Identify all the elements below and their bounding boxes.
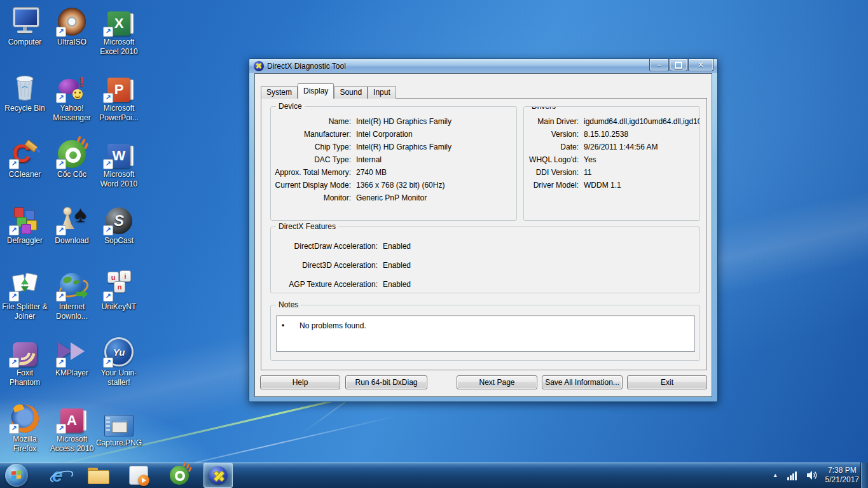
device-row: Name:Intel(R) HD Graphics Family [272, 118, 516, 126]
tab-strip: System Display Sound Input [261, 84, 396, 99]
show-desktop-button[interactable] [860, 463, 868, 488]
desktop-icon-label: CCleaner [1, 170, 48, 179]
close-button[interactable]: ✕ [688, 59, 713, 71]
desktop-icon-download[interactable]: ♠↗ Download [48, 201, 95, 246]
shortcut-arrow-icon: ↗ [9, 159, 19, 169]
run-64bit-dxdiag-button[interactable]: Run 64-bit DxDiag [345, 375, 427, 389]
desktop-icon-label: Microsoft PowerPoi... [95, 104, 142, 123]
dialog-client-area: System Display Sound Input Device Name:I… [254, 73, 712, 397]
device-group: Device Name:Intel(R) HD Graphics Family … [270, 106, 517, 221]
desktop-icon-recycle-bin[interactable]: Recycle Bin [1, 69, 48, 113]
desktop-icon-label: Yahoo! Messenger [48, 104, 95, 123]
desktop-icon-label: Microsoft Word 2010 [95, 170, 142, 189]
next-page-button[interactable]: Next Page [457, 375, 537, 389]
maximize-icon [675, 62, 682, 69]
recycle-bin-icon [11, 71, 39, 102]
desktop-icon-label: UltraISO [48, 38, 95, 47]
dxdiag-window: DirectX Diagnostic Tool – ✕ System Displ… [249, 59, 718, 402]
hidden-icons-arrow[interactable]: ▲ [773, 472, 778, 478]
driver-row: Main Driver:igdumd64.dll,igd10umd64.dll,… [525, 118, 699, 126]
desktop-icon-defraggler[interactable]: ↗ Defraggler [1, 201, 48, 246]
feature-row: AGP Texture Acceleration:Enabled [272, 281, 699, 289]
desktop-icon-label: Download [48, 236, 95, 246]
device-row: Manufacturer:Intel Corporation [272, 130, 516, 139]
tab-input[interactable]: Input [368, 86, 396, 99]
start-button[interactable] [5, 464, 28, 487]
desktop-icon-label: SopCast [95, 236, 142, 246]
desktop-icon-sopcast[interactable]: S↗ SopCast [95, 201, 142, 246]
desktop-icon-computer[interactable]: Computer [1, 3, 48, 47]
desktop-icon-firefox[interactable]: ↗ Mozilla Firefox [1, 400, 48, 454]
desktop-icon-unikey[interactable]: u i n ↗ UniKeyNT [95, 267, 142, 312]
desktop-icon-label: Recycle Bin [1, 104, 48, 113]
shortcut-arrow-icon: ↗ [9, 291, 19, 302]
shortcut-arrow-icon: ↗ [56, 159, 66, 169]
taskbar-item-windows-explorer[interactable] [84, 463, 112, 487]
title-bar[interactable]: DirectX Diagnostic Tool – ✕ [249, 59, 717, 73]
close-icon: ✕ [698, 60, 704, 69]
shortcut-arrow-icon: ↗ [56, 358, 66, 368]
device-row: Monitor:Generic PnP Monitor [272, 194, 516, 202]
shortcut-arrow-icon: ↗ [103, 225, 113, 235]
taskbar-item-internet-explorer[interactable]: e [43, 463, 71, 487]
desktop-icon-label: Cốc Cốc [48, 170, 95, 179]
save-all-information-button[interactable]: Save All Information... [542, 375, 623, 389]
coc-coc-icon [170, 466, 189, 485]
desktop-icon-access[interactable]: A↗ Microsoft Access 2010 [48, 400, 95, 454]
directx-features-group: DirectX Features DirectDraw Acceleration… [270, 227, 700, 293]
desktop-icon-ultraiso[interactable]: ↗ UltraISO [48, 3, 95, 47]
desktop-icon-kmplayer[interactable]: ↗ KMPlayer [48, 333, 95, 378]
desktop-icon-capture-png[interactable]: Capture.PNG [95, 403, 142, 448]
driver-row: DDI Version:11 [525, 169, 699, 177]
desktop-icon-coc-coc[interactable]: ↗ Cốc Cốc [48, 135, 95, 179]
folder-icon [88, 468, 108, 483]
desktop-icon-label: Internet Downlo... [48, 302, 95, 321]
feature-row: Direct3D Acceleration:Enabled [272, 261, 699, 270]
taskbar-item-dxdiag-active[interactable] [203, 463, 233, 488]
desktop-icon-file-splitter[interactable]: ↗ File Splitter & Joiner [1, 267, 48, 321]
maximize-button[interactable] [670, 59, 687, 71]
window-title: DirectX Diagnostic Tool [267, 62, 346, 71]
desktop-icon-powerpoint[interactable]: P↗ Microsoft PowerPoi... [95, 69, 142, 123]
desktop-icon-ccleaner[interactable]: C↗ CCleaner [1, 135, 48, 179]
volume-icon[interactable] [806, 470, 818, 480]
tab-display[interactable]: Display [298, 83, 334, 99]
clock[interactable]: 7:38 PM 5/21/2017 [825, 466, 859, 485]
notes-group: Notes • No problems found. [270, 305, 700, 361]
taskbar-item-coc-coc[interactable] [165, 463, 193, 487]
desktop-icon-word[interactable]: W↗ Microsoft Word 2010 [95, 135, 142, 189]
minimize-button[interactable]: – [649, 59, 669, 71]
desktop-icon-yahoo-messenger[interactable]: !↗ Yahoo! Messenger [48, 69, 95, 123]
driver-row: Driver Model:WDDM 1.1 [525, 181, 699, 190]
computer-icon [11, 5, 39, 36]
help-button[interactable]: Help [260, 375, 340, 389]
desktop-icon-label: Mozilla Firefox [1, 435, 48, 454]
media-player-icon [129, 466, 148, 485]
network-icon[interactable] [787, 470, 797, 480]
driver-row: WHQL Logo'd:Yes [525, 156, 699, 164]
display-tab-page: Device Name:Intel(R) HD Graphics Family … [261, 98, 707, 370]
driver-row: Date:9/26/2011 1:44:56 AM [525, 143, 699, 151]
desktop-icon-your-uninstaller[interactable]: Yu↗ Your Unin-staller! [95, 333, 142, 387]
clock-time: 7:38 PM [825, 466, 859, 475]
clock-date: 5/21/2017 [825, 475, 859, 485]
desktop-icon-label: File Splitter & Joiner [1, 302, 48, 321]
desktop-icon-label: Your Unin-staller! [95, 368, 142, 387]
desktop-icon-excel[interactable]: X↗ Microsoft Excel 2010 [95, 3, 142, 57]
device-row: Current Display Mode:1366 x 768 (32 bit)… [272, 181, 516, 190]
note-item: • No problems found. [277, 316, 694, 330]
desktop-icon-idm[interactable]: ↗ Internet Downlo... [48, 267, 95, 321]
tab-sound[interactable]: Sound [334, 86, 368, 99]
desktop-icon-foxit[interactable]: ↗ Foxit Phantom [1, 333, 48, 387]
exit-button[interactable]: Exit [627, 375, 707, 389]
device-row: DAC Type:Internal [272, 156, 516, 164]
taskbar-item-media-player[interactable] [125, 463, 153, 487]
group-title: Device [276, 102, 305, 111]
desktop-icon-label: UniKeyNT [95, 302, 142, 312]
windows-flag-icon [11, 470, 22, 480]
feature-row: DirectDraw Acceleration:Enabled [272, 242, 699, 251]
tab-system[interactable]: System [261, 86, 298, 99]
shortcut-arrow-icon: ↗ [103, 358, 113, 368]
desktop-icon-label: Foxit Phantom [1, 368, 48, 387]
desktop-icon-label: KMPlayer [48, 368, 95, 378]
